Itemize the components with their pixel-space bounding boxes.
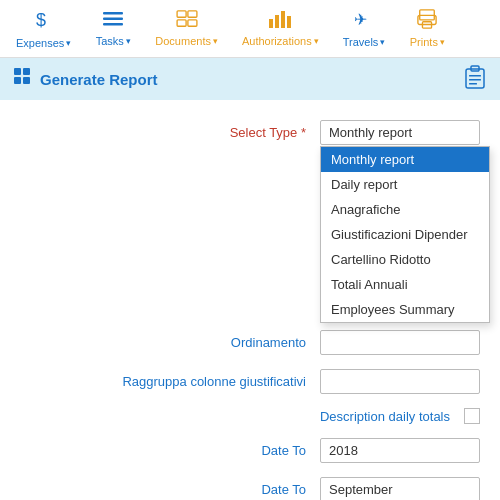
dollar-icon: $ [33,8,55,35]
svg-rect-1 [103,12,123,15]
ordinamento-input[interactable] [320,330,480,355]
airplane-icon: ✈ [353,9,375,34]
svg-rect-16 [14,68,21,75]
date-to-month-label: Date To [120,482,320,497]
svg-rect-22 [469,75,481,77]
chevron-down-icon: ▾ [213,36,218,46]
dropdown-item-cartellino[interactable]: Cartellino Ridotto [321,247,489,272]
svg-rect-5 [188,11,197,17]
page-title-area: Generate Report [14,68,158,90]
svg-rect-23 [469,79,481,81]
grid-icon [14,68,32,90]
bar-chart-icon [268,10,292,33]
select-type-display[interactable]: Monthly report [320,120,480,145]
nav-tasks[interactable]: Tasks ▾ [83,6,143,51]
svg-rect-10 [281,11,285,28]
top-navigation: $ Expenses ▾ Tasks ▾ [0,0,500,58]
dropdown-item-totali[interactable]: Totali Annuali [321,272,489,297]
date-to-month-input[interactable] [320,477,480,500]
print-icon [416,9,438,34]
ordinamento-row: Ordinamento [20,330,480,355]
chevron-down-icon: ▾ [314,36,319,46]
dropdown-item-anagrafiche[interactable]: Anagrafiche [321,197,489,222]
description-checkbox[interactable] [464,408,480,424]
svg-text:✈: ✈ [354,10,367,28]
chevron-down-icon: ▾ [440,37,445,47]
nav-expenses[interactable]: $ Expenses ▾ [4,4,83,53]
nav-authorizations[interactable]: Authorizations ▾ [230,6,331,51]
svg-rect-6 [177,20,186,26]
svg-rect-17 [23,68,30,75]
select-type-value: Monthly report [329,125,412,140]
svg-rect-11 [287,16,291,28]
chevron-down-icon: ▾ [380,37,385,47]
nav-prints[interactable]: Prints ▾ [397,5,457,52]
nav-authorizations-label: Authorizations [242,35,312,47]
svg-text:$: $ [36,10,46,30]
svg-rect-7 [188,20,197,26]
raggruppa-label: Raggruppa colonne giustificativi [120,374,320,389]
dropdown-item-daily[interactable]: Daily report [321,172,489,197]
nav-expenses-label: Expenses [16,37,64,49]
dropdown-item-monthly[interactable]: Monthly report [321,147,489,172]
select-type-row: Select Type * Monthly report Monthly rep… [20,120,480,145]
dropdown-item-giustificazioni[interactable]: Giustificazioni Dipender [321,222,489,247]
svg-rect-8 [269,19,273,28]
header-bar: Generate Report [0,58,500,100]
chevron-down-icon: ▾ [126,36,131,46]
nav-documents-label: Documents [155,35,211,47]
clipboard-icon [464,65,486,94]
form-area: Select Type * Monthly report Monthly rep… [0,100,500,500]
documents-icon [176,10,198,33]
nav-travels[interactable]: ✈ Travels ▾ [331,5,398,52]
select-type-dropdown-list: Monthly report Daily report Anagrafiche … [320,146,490,323]
raggruppa-row: Raggruppa colonne giustificativi [20,369,480,394]
svg-rect-3 [103,23,123,26]
page-title: Generate Report [40,71,158,88]
select-type-label: Select Type * [120,125,320,140]
svg-rect-20 [466,69,484,88]
select-type-dropdown-wrapper: Monthly report Monthly report Daily repo… [320,120,480,145]
nav-travels-label: Travels [343,36,379,48]
svg-rect-2 [103,18,123,21]
nav-prints-label: Prints [410,36,438,48]
date-to-year-label: Date To [120,443,320,458]
raggruppa-input[interactable] [320,369,480,394]
dropdown-item-employees[interactable]: Employees Summary [321,297,489,322]
date-to-year-row: Date To [20,438,480,463]
nav-documents[interactable]: Documents ▾ [143,6,230,51]
svg-rect-18 [14,77,21,84]
date-to-month-row: Date To [20,477,480,500]
description-row: Description daily totals [20,408,480,424]
nav-tasks-label: Tasks [96,35,124,47]
ordinamento-label: Ordinamento [120,335,320,350]
chevron-down-icon: ▾ [66,38,71,48]
svg-rect-24 [469,83,477,85]
svg-rect-19 [23,77,30,84]
tasks-icon [102,10,124,33]
svg-rect-9 [275,15,279,28]
description-label: Description daily totals [264,409,464,424]
date-to-year-input[interactable] [320,438,480,463]
svg-rect-4 [177,11,186,17]
